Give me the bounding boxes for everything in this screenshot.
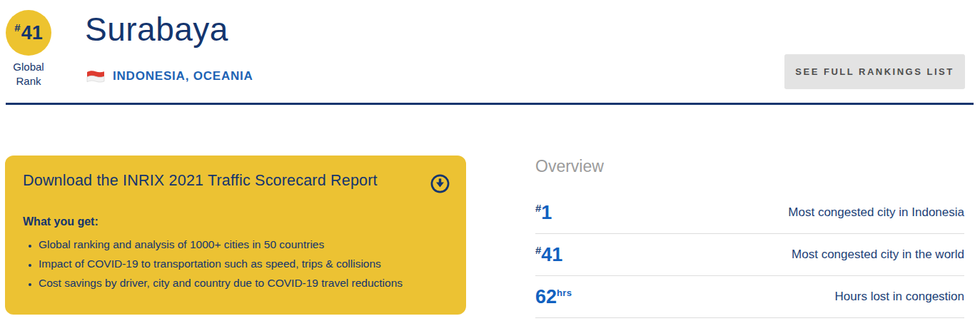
header-divider bbox=[6, 103, 974, 105]
overview-heading: Overview bbox=[535, 157, 604, 176]
stat-number: 41 bbox=[541, 244, 562, 265]
stat-number: 62 bbox=[535, 286, 557, 307]
what-you-get-list: Global ranking and analysis of 1000+ cit… bbox=[23, 235, 450, 292]
download-icon[interactable] bbox=[430, 173, 450, 194]
overview-stat-row: 62hrs Hours lost in congestion bbox=[535, 276, 964, 318]
region-label: INDONESIA, OCEANIA bbox=[113, 69, 253, 83]
stat-label: Hours lost in congestion bbox=[835, 290, 964, 304]
see-full-rankings-button[interactable]: SEE FULL RANKINGS LIST bbox=[784, 54, 965, 89]
page-title: Surabaya bbox=[85, 10, 228, 49]
overview-stat-row: #41 Most congested city in the world bbox=[535, 234, 964, 276]
overview-stats: #1 Most congested city in Indonesia #41 … bbox=[535, 192, 964, 318]
download-card-title: Download the INRIX 2021 Traffic Scorecar… bbox=[23, 172, 390, 190]
stat-value: #1 bbox=[535, 202, 552, 224]
rank-hash-sign: # bbox=[14, 21, 20, 34]
global-rank-caption: Global Rank bbox=[6, 60, 51, 88]
stat-value: 62hrs bbox=[535, 286, 572, 308]
list-item: Impact of COVID-19 to transportation suc… bbox=[39, 254, 450, 273]
download-report-card[interactable]: Download the INRIX 2021 Traffic Scorecar… bbox=[5, 156, 466, 315]
stat-label: Most congested city in Indonesia bbox=[788, 205, 964, 220]
global-rank-badge: #41 bbox=[6, 10, 51, 56]
what-you-get-heading: What you get: bbox=[23, 215, 450, 228]
city-scorecard-page: #41 Global Rank Surabaya INDONESIA, OCEA… bbox=[0, 0, 980, 326]
indonesia-flag-icon bbox=[86, 69, 105, 83]
download-card-header: Download the INRIX 2021 Traffic Scorecar… bbox=[23, 172, 450, 194]
list-item: Global ranking and analysis of 1000+ cit… bbox=[39, 235, 450, 254]
stat-value: #41 bbox=[535, 244, 562, 266]
list-item: Cost savings by driver, city and country… bbox=[39, 273, 450, 292]
stat-suffix: hrs bbox=[557, 287, 572, 298]
stat-label: Most congested city in the world bbox=[792, 248, 964, 262]
rank-number: 41 bbox=[21, 22, 43, 44]
stat-number: 1 bbox=[541, 202, 552, 223]
overview-stat-row: #1 Most congested city in Indonesia bbox=[535, 192, 964, 234]
region-row: INDONESIA, OCEANIA bbox=[86, 69, 253, 83]
